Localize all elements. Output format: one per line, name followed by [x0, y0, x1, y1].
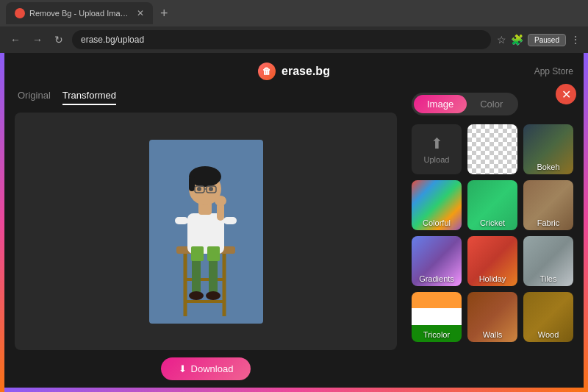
tab-bar: Remove Bg - Upload Images to... ✕ + [0, 0, 588, 26]
svg-rect-11 [223, 217, 237, 224]
bg-wood-item[interactable]: Wood [523, 292, 573, 342]
bg-tiles-preview: Tiles [523, 236, 573, 286]
bg-wood-preview: Wood [523, 292, 573, 342]
svg-rect-5 [192, 257, 201, 294]
bg-walls-item[interactable]: Walls [467, 292, 517, 342]
bg-tiles-label: Tiles [523, 274, 573, 283]
bg-tricolor-item[interactable]: Tricolor [412, 292, 462, 342]
svg-rect-6 [209, 257, 218, 294]
new-tab-button[interactable]: + [156, 6, 173, 21]
upload-label: Upload [424, 155, 450, 164]
close-button[interactable]: ✕ [556, 84, 576, 104]
bg-tricolor-preview: Tricolor [412, 292, 462, 342]
svg-rect-24 [207, 246, 220, 261]
refresh-button[interactable]: ↻ [51, 32, 66, 47]
download-label: Download [191, 363, 234, 374]
main-content: Original Transformed [0, 90, 588, 388]
tab-transformed[interactable]: Transformed [62, 90, 116, 105]
url-input[interactable] [72, 30, 491, 49]
bg-tricolor-label: Tricolor [412, 330, 462, 339]
bg-bokeh-label: Bokeh [523, 163, 573, 171]
bg-holiday-preview: Holiday [467, 236, 517, 286]
browser-actions: ☆ 🧩 Paused ⋮ [497, 34, 581, 46]
svg-rect-23 [191, 246, 204, 261]
bg-fabric-preview: Fabric [523, 180, 573, 230]
backgrounds-grid: ⬆ Upload Bokeh Colorful [412, 124, 573, 342]
back-button[interactable]: ← [7, 32, 24, 47]
person-figure [154, 143, 257, 320]
bg-gradients-item[interactable]: Gradients [412, 236, 462, 286]
tab-close-icon[interactable]: ✕ [137, 8, 144, 18]
bg-gradients-label: Gradients [412, 274, 462, 283]
download-icon: ⬇ [179, 363, 187, 374]
image-canvas [15, 113, 397, 350]
right-gradient-border [584, 53, 588, 392]
svg-rect-17 [189, 177, 195, 191]
svg-point-8 [206, 291, 220, 300]
bg-colorful-preview: Colorful [412, 180, 462, 230]
toggle-group: Image Color [412, 93, 518, 115]
svg-point-18 [197, 187, 201, 191]
bg-tiles-item[interactable]: Tiles [523, 236, 573, 286]
bg-walls-preview: Walls [467, 292, 517, 342]
bg-walls-label: Walls [467, 330, 517, 339]
upload-icon: ⬆ [431, 135, 443, 152]
bg-holiday-item[interactable]: Holiday [467, 236, 517, 286]
toggle-image-button[interactable]: Image [414, 95, 467, 113]
address-bar: ← → ↻ ☆ 🧩 Paused ⋮ [0, 26, 588, 53]
bg-colorful-item[interactable]: Colorful [412, 180, 462, 230]
photo-container [149, 140, 263, 324]
logo-icon: 🗑 [258, 63, 276, 80]
download-bar: ⬇ Download [15, 357, 397, 380]
bg-cricket-label: Cricket [467, 218, 517, 227]
active-tab[interactable]: Remove Bg - Upload Images to... ✕ [6, 2, 153, 24]
browser-chrome: Remove Bg - Upload Images to... ✕ + ← → … [0, 0, 588, 53]
tab-favicon [15, 8, 25, 18]
toggle-color-button[interactable]: Color [467, 95, 516, 113]
app-store-link[interactable]: App Store [534, 66, 573, 76]
menu-icon[interactable]: ⋮ [570, 34, 581, 46]
app-background: 🗑 erase.bg App Store Original Transforme… [0, 53, 588, 392]
download-button[interactable]: ⬇ Download [161, 357, 251, 380]
bg-transparent-preview [467, 124, 517, 174]
logo-text: erase.bg [282, 65, 330, 78]
bg-fabric-label: Fabric [523, 218, 573, 227]
left-panel: Original Transformed [15, 90, 397, 380]
bg-upload-item[interactable]: ⬆ Upload [412, 124, 462, 174]
bg-gradients-preview: Gradients [412, 236, 462, 286]
tab-label: Remove Bg - Upload Images to... [29, 9, 132, 18]
header-logo: 🗑 erase.bg [258, 63, 330, 80]
close-icon: ✕ [562, 88, 571, 101]
bg-cricket-item[interactable]: Cricket [467, 180, 517, 230]
bg-cricket-preview: Cricket [467, 180, 517, 230]
bg-bokeh-preview: Bokeh [523, 124, 573, 174]
header-nav: App Store [534, 66, 573, 76]
extension-icon[interactable]: 🧩 [511, 34, 523, 46]
bg-bokeh-item[interactable]: Bokeh [523, 124, 573, 174]
svg-point-19 [209, 187, 213, 191]
tab-original[interactable]: Original [18, 90, 51, 105]
tabs-bar: Original Transformed [15, 90, 397, 105]
app-header: 🗑 erase.bg App Store [0, 53, 588, 90]
svg-rect-10 [175, 217, 188, 224]
forward-button[interactable]: → [29, 32, 46, 47]
paused-badge: Paused [528, 34, 566, 46]
right-panel: ✕ Image Color ⬆ Upload Bo [412, 90, 573, 380]
svg-point-7 [189, 291, 204, 300]
bg-wood-label: Wood [523, 330, 573, 339]
bg-fabric-item[interactable]: Fabric [523, 180, 573, 230]
bg-colorful-label: Colorful [412, 218, 462, 227]
bg-holiday-label: Holiday [467, 274, 517, 283]
bg-transparent-item[interactable] [467, 124, 517, 174]
bookmark-icon[interactable]: ☆ [497, 34, 506, 46]
